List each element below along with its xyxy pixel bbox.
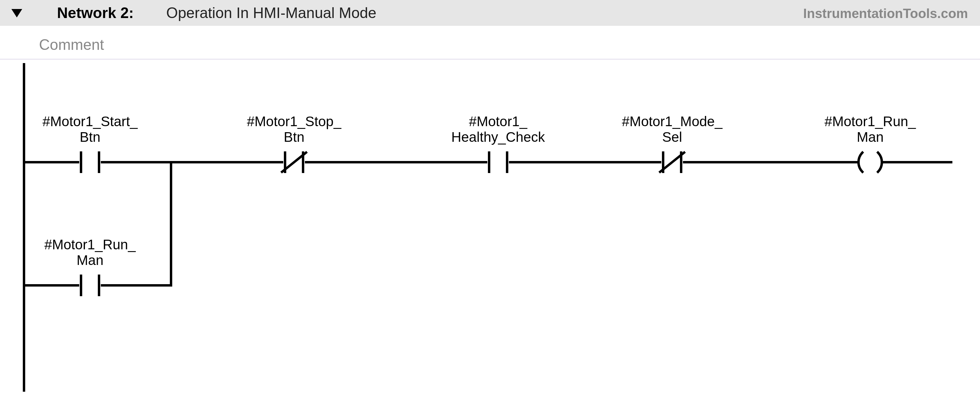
contact-no-motor1-healthy[interactable]: [489, 153, 507, 172]
network-header: Network 2: Operation In HMI-Manual Mode …: [0, 0, 980, 26]
collapse-icon[interactable]: [10, 6, 24, 21]
svg-marker-0: [11, 9, 22, 18]
tag-motor1-healthy-line2: Healthy_Check: [451, 129, 545, 145]
network-label: Network 2:: [57, 4, 134, 22]
ladder-diagram: .wire{stroke:#000;stroke-width:8;fill:no…: [21, 63, 966, 393]
tag-motor1-run-line1: #Motor1_Run_: [824, 114, 916, 129]
tag-motor1-run-line2: Man: [857, 129, 883, 145]
tag-motor1-stop-line2: Btn: [283, 129, 304, 145]
contact-nc-motor1-mode[interactable]: [660, 153, 684, 172]
contact-no-branch-run-man[interactable]: [81, 276, 99, 295]
contact-nc-motor1-stop[interactable]: [282, 153, 306, 172]
tag-motor1-mode-line2: Sel: [662, 129, 682, 145]
tag-branch-run-line1: #Motor1_Run_: [45, 237, 136, 252]
tag-motor1-stop-line1: #Motor1_Stop_: [247, 114, 342, 129]
network-comment-row[interactable]: Comment: [0, 26, 980, 59]
tag-motor1-start-line2: Btn: [80, 129, 100, 145]
network-title: Operation In HMI-Manual Mode: [166, 4, 376, 22]
coil-motor1-run-man[interactable]: [859, 153, 882, 172]
tag-motor1-start-line1: #Motor1_Start_: [42, 114, 138, 129]
tag-motor1-healthy-line1: #Motor1_: [469, 114, 528, 129]
contact-no-motor1-start[interactable]: [24, 153, 171, 172]
tag-motor1-mode-line1: #Motor1_Mode_: [622, 114, 723, 129]
tag-branch-run-line2: Man: [76, 252, 103, 268]
comment-placeholder: Comment: [39, 36, 104, 53]
watermark-text: InstrumentationTools.com: [803, 6, 968, 21]
